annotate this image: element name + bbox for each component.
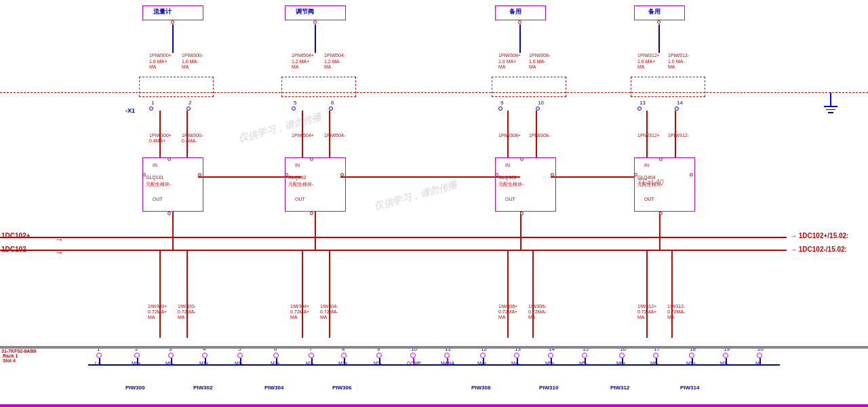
bot-label-4f: MA [667,315,675,319]
pin-num-6: 6 [331,100,334,106]
bt-18 [689,353,694,358]
pin-group-5: 5 M1- [237,353,243,358]
pin-group-16: 16 M6+ [619,353,625,358]
vterm-8 [344,358,345,364]
dc102plus-line [0,237,787,238]
piw310-label: PIW310 [539,385,558,391]
vterm-18 [692,358,693,364]
vconn-3-bot [507,250,509,338]
bt-4 [202,353,208,358]
vterm-3 [171,358,172,364]
bt-1 [96,353,102,358]
terminal-by1-top [518,20,521,24]
pin-1pIW300a: 1PIW300+ [149,53,172,58]
terminal-glq2-b [310,212,313,215]
bt-12 [480,353,486,358]
pin-1pIW312b2: 1.0 MA- [668,59,685,64]
dc102plus-arrow-left: → [54,234,64,245]
vterm-1 [99,358,100,364]
dc102minus-label-left: 1DC102- [1,246,28,253]
pin-num-14: 14 [677,100,683,106]
top-border-bottom [0,347,868,349]
dashed-box-3 [492,77,566,97]
pin-1pIW300a2: 1.0 MA+ [149,59,167,64]
vterm-2 [137,358,138,364]
piw302-label: PIW302 [193,385,212,391]
terminal-glq1-r [198,173,201,176]
h-dashed-top [0,92,868,94]
bot-label-2e: 0.72MA- [320,309,338,314]
out-label-2: OUT [295,197,305,201]
pin-group-8: 8 M3+ [341,353,347,358]
pin-1pIW312b3: MA [668,64,675,69]
component-beiyong2: 备用 [634,5,685,20]
bot-label-3f: MA [528,315,536,319]
bt-9 [376,353,382,358]
schematic-main: 仅供学习，请勿传播 仅供学习，请勿传播 TEat 40 流量计 1PIW300+… [0,0,868,346]
pin-group-7: 7 M2- [309,353,314,358]
bot-label-2f: MA [320,315,328,319]
pin-1pIW308d: 1PIW308- [529,133,550,138]
pin-num-2: 2 [189,100,191,106]
pin-1pIW308a2: 1.0 MA+ [498,59,516,64]
bot-label-4e: 0.72MA- [667,309,685,314]
pin-num-1: 1 [151,100,154,106]
ground-symbol [824,92,837,113]
bot-label-4a: 1IW312+ [637,304,656,309]
pin-1pIW504b3: MA [324,64,332,69]
terminal-glq3-l [495,173,498,176]
bt-11 [444,353,450,358]
pin-1pIW504c: 1PIW504+ [292,133,314,138]
pin-1pIW300c2: 0.4MA+ [149,138,165,143]
pin-group-2: 2 M0+ [134,353,140,358]
pin-1pIW504a3: MA [292,64,299,69]
watermark2: 仅供学习，请勿传播 [373,179,458,213]
vconn-2-dc [315,237,316,250]
pin-1pIW308c: 1PIW308+ [498,133,521,138]
dashed-box-2 [281,77,356,97]
pin-num-9: 9 [500,100,503,106]
piw306-label: PIW306 [332,385,351,391]
terminal-glq2-t [310,157,313,161]
pin-group-15: 15 M5- [582,353,587,358]
pin-1pIW300d: 1PIW300- [182,133,203,138]
bot-label-1c: MA [148,315,155,319]
bot-label-1e: 0.72MA- [178,309,195,314]
terminal-glq4-t [659,157,663,161]
hconn-3-4 [551,176,634,178]
terminal-glq3-t [520,157,524,161]
bot-label-2b: 0.72MA+ [290,309,309,314]
bot-label-1a: 1IW300+ [148,304,167,309]
bot-label-3b: 0.72MA+ [498,309,517,314]
bot-label-4c: MA [637,315,645,319]
terminal-x1-9 [498,106,502,111]
vterm-7 [311,358,313,364]
vterm-13 [517,358,518,364]
pin-num-5: 5 [294,100,296,106]
terminal-glq1-l [142,173,146,176]
bt-2 [134,353,140,358]
out-label-3: OUT [505,197,515,201]
pin-group-18: 18 MT+ [689,353,694,358]
pin-1pIW300a3: MA [149,64,157,69]
bt-16 [619,353,625,358]
pin-num-13: 13 [639,100,646,106]
terminal-x1-14 [675,106,679,111]
bot-label-1f: MA [178,315,185,319]
dashed-box-4 [631,77,705,97]
bot-label-3e: 0.72MA- [528,309,546,314]
terminal-x1-6 [329,106,333,111]
pin-1pIW312c: 1PIW312+ [637,133,660,138]
piw304-label: PIW304 [264,385,283,391]
pin-1pIW504a: 1PIW504+ [292,53,314,58]
hconn-dc1a [159,237,172,238]
terminal-glq3-b [520,212,524,215]
vterm-20 [760,358,761,364]
hconn-dc1b [172,250,186,251]
vconn-1-bot [159,250,161,338]
vterm-4 [205,358,206,364]
pin-group-13: 13 M4- [514,353,519,358]
bot-label-3a: 1IW306+ [498,304,517,309]
pin-group-11: 11 MANA [444,353,450,358]
glq-label-1: GLQ101 [146,175,163,180]
